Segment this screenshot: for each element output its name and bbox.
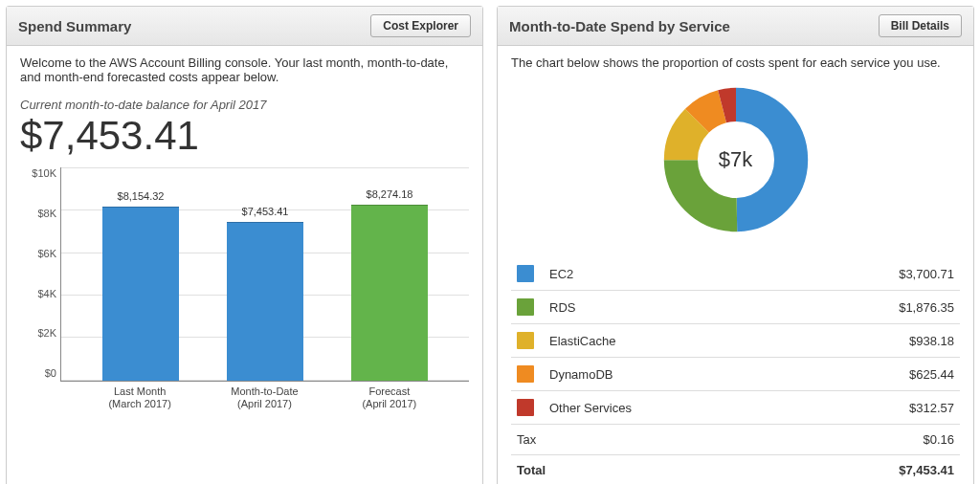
service-amount: $3,700.71: [787, 257, 960, 291]
spend-summary-title: Spend Summary: [18, 18, 131, 34]
bar-chart-y-tick: $6K: [37, 248, 56, 259]
service-row: EC2$3,700.71: [511, 257, 960, 291]
spend-summary-header: Spend Summary Cost Explorer: [7, 7, 482, 46]
spend-summary-intro: Welcome to the AWS Account Billing conso…: [20, 55, 469, 84]
service-table: EC2$3,700.71RDS$1,876.35ElastiCache$938.…: [511, 257, 960, 484]
service-name: DynamoDB: [544, 358, 787, 391]
bar-chart-x-axis: Last Month(March 2017)Month-to-Date(Apri…: [60, 382, 469, 412]
service-swatch: [517, 298, 534, 316]
bar-chart-x-tick: Forecast(April 2017): [337, 385, 441, 412]
service-amount: $625.44: [787, 358, 960, 391]
bar-chart-y-tick: $4K: [37, 288, 56, 299]
spend-by-service-intro: The chart below shows the proportion of …: [511, 55, 960, 70]
service-name: RDS: [544, 291, 787, 324]
service-amount: $938.18: [787, 324, 960, 358]
service-name: ElastiCache: [544, 324, 787, 358]
total-label: Total: [511, 455, 787, 485]
bar-month-to-date: $7,453.41: [227, 222, 303, 381]
bar-last-month: $8,154.32: [102, 207, 179, 380]
spend-summary-body: Welcome to the AWS Account Billing conso…: [7, 46, 482, 425]
month-to-date-amount: $7,453.41: [20, 114, 469, 158]
tax-row: Tax$0.16: [511, 425, 960, 455]
tax-amount: $0.16: [787, 425, 960, 455]
total-row: Total$7,453.41: [511, 455, 960, 485]
service-row: DynamoDB$625.44: [511, 358, 960, 391]
bar-chart-y-tick: $8K: [37, 208, 56, 219]
service-name: EC2: [544, 257, 787, 291]
bar-chart-y-tick: $0: [45, 367, 56, 379]
bar-forecast: $8,274.18: [351, 205, 428, 381]
total-amount: $7,453.41: [787, 455, 960, 485]
service-amount: $312.57: [787, 391, 960, 425]
tax-label: Tax: [511, 425, 787, 455]
bar-value-label: $7,453.41: [242, 206, 289, 217]
service-amount: $1,876.35: [787, 291, 960, 324]
bar-value-label: $8,154.32: [118, 190, 165, 202]
donut-center-label: $7k: [659, 83, 813, 236]
bar-chart-y-axis: $10K$8K$6K$4K$2K$0: [20, 167, 60, 411]
spend-by-service-header: Month-to-Date Spend by Service Bill Deta…: [498, 7, 973, 46]
bar-value-label: $8,274.18: [367, 188, 413, 200]
spend-donut-chart: $7k: [659, 83, 813, 236]
bar-chart-x-tick: Last Month(March 2017): [87, 385, 191, 412]
bar-chart-y-tick: $10K: [32, 167, 56, 179]
bar-chart-y-tick: $2K: [37, 327, 56, 339]
cost-explorer-button[interactable]: Cost Explorer: [370, 14, 471, 37]
bar-chart-plot: $8,154.32$7,453.41$8,274.18: [60, 167, 469, 382]
spend-bar-chart: $10K$8K$6K$4K$2K$0 $8,154.32$7,453.41$8,…: [20, 167, 469, 411]
spend-summary-subhead: Current month-to-date balance for April …: [20, 98, 469, 112]
service-name: Other Services: [544, 391, 787, 425]
service-row: RDS$1,876.35: [511, 291, 960, 324]
service-row: Other Services$312.57: [511, 391, 960, 425]
service-swatch: [517, 399, 534, 416]
bar-chart-x-tick: Month-to-Date(April 2017): [212, 385, 317, 412]
service-row: ElastiCache$938.18: [511, 324, 960, 358]
spend-by-service-body: The chart below shows the proportion of …: [498, 46, 973, 484]
spend-by-service-panel: Month-to-Date Spend by Service Bill Deta…: [497, 6, 974, 484]
spend-by-service-title: Month-to-Date Spend by Service: [509, 18, 730, 34]
service-swatch: [517, 332, 534, 349]
bill-details-button[interactable]: Bill Details: [879, 14, 962, 37]
spend-summary-panel: Spend Summary Cost Explorer Welcome to t…: [6, 6, 483, 484]
service-swatch: [517, 265, 534, 282]
service-swatch: [517, 365, 534, 383]
